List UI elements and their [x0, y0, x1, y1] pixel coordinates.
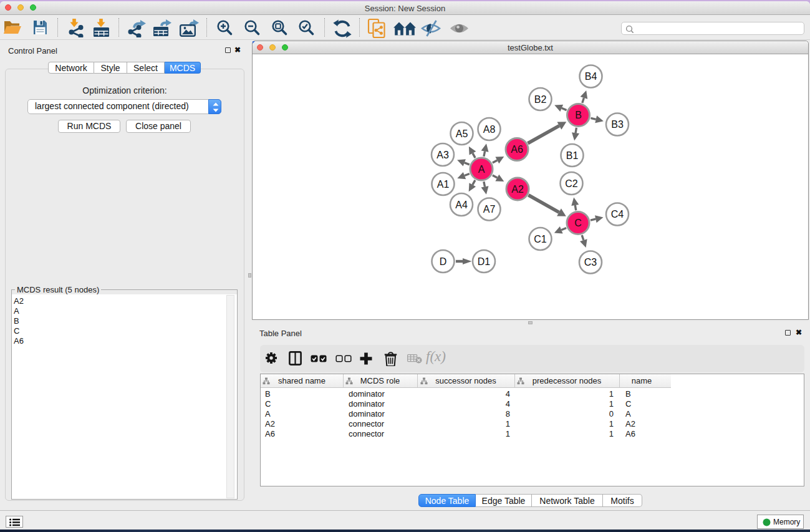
- svg-text:C1: C1: [534, 234, 547, 244]
- svg-text:D: D: [440, 256, 447, 267]
- svg-text:A1: A1: [437, 179, 450, 190]
- svg-text:D1: D1: [478, 256, 491, 267]
- svg-text:C2: C2: [565, 178, 578, 189]
- svg-text:C: C: [574, 218, 582, 228]
- svg-text:B1: B1: [566, 150, 579, 161]
- svg-text:A4: A4: [455, 200, 468, 210]
- svg-text:C3: C3: [584, 257, 597, 268]
- svg-text:A7: A7: [483, 204, 496, 215]
- svg-text:A2: A2: [511, 184, 524, 195]
- svg-text:A5: A5: [456, 128, 468, 139]
- svg-text:B3: B3: [611, 119, 624, 130]
- svg-text:A3: A3: [436, 150, 449, 160]
- svg-text:A: A: [478, 164, 485, 175]
- svg-text:B: B: [575, 110, 582, 120]
- svg-text:B2: B2: [534, 94, 547, 105]
- svg-text:A6: A6: [511, 144, 523, 155]
- svg-text:A8: A8: [483, 124, 496, 135]
- svg-text:C4: C4: [611, 209, 624, 220]
- svg-text:B4: B4: [585, 71, 597, 82]
